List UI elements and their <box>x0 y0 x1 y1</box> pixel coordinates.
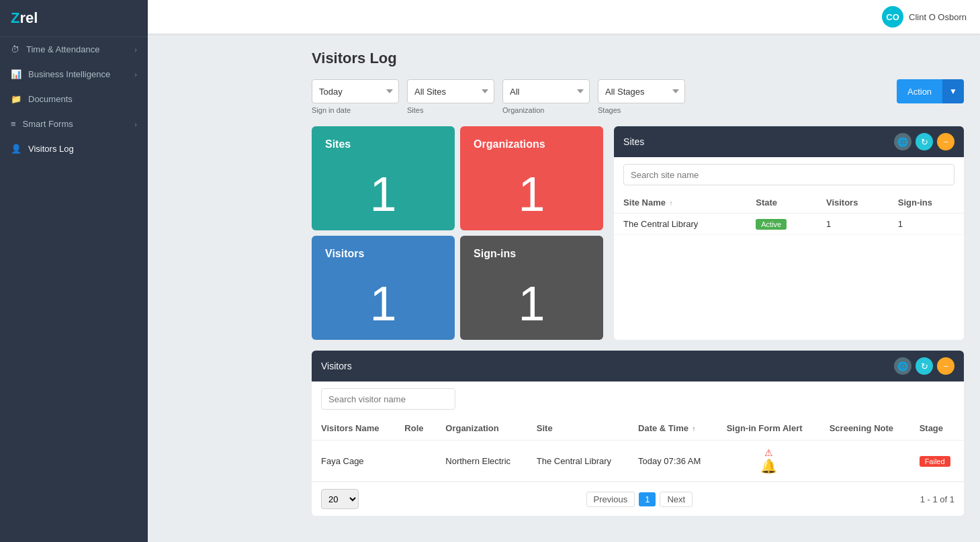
stat-label: Sign-ins <box>474 248 590 260</box>
alert-small-icon: ⚠ <box>727 447 811 458</box>
sidebar-item-documents[interactable]: 📁 Documents <box>0 87 148 111</box>
sites-label: Sites <box>407 106 494 114</box>
sites-panel: Sites 🌐 ↻ − Site Name ↑ State Visitors S… <box>614 126 964 340</box>
main-content: Visitors Log Today Yesterday This Week T… <box>296 34 980 542</box>
sites-select[interactable]: All Sites <box>407 79 494 103</box>
filter-sign-in-date: Today Yesterday This Week This Month Sig… <box>312 79 399 114</box>
sites-table-body: The Central Library Active 1 1 <box>614 214 964 235</box>
screening-note-cell <box>820 441 910 482</box>
nav-icon: 📁 <box>11 94 21 104</box>
page-nav: Previous 1 Next <box>586 492 693 507</box>
stat-value: 1 <box>474 170 590 218</box>
nav-item-left: 📊 Business Intelligence <box>11 69 110 79</box>
sidebar-item-visitors-log[interactable]: 👤 Visitors Log <box>0 136 148 161</box>
organization-label: Organization <box>502 106 590 114</box>
stat-value: 1 <box>325 279 441 328</box>
role-cell <box>395 441 436 482</box>
sites-table-head: Site Name ↑ State Visitors Sign-ins <box>614 192 964 214</box>
visitors-panel-header: Visitors 🌐 ↻ − <box>312 351 964 381</box>
col-role: Role <box>395 416 436 441</box>
sidebar-nav: ⏱ Time & Attendance › 📊 Business Intelli… <box>0 37 148 161</box>
minus-icon-button[interactable]: − <box>937 133 954 150</box>
stage-badge: Failed <box>920 456 950 467</box>
stage-cell: Failed <box>910 441 964 482</box>
stat-card-visitors: Visitors 1 <box>312 236 455 340</box>
action-button-group: Action ▼ <box>897 79 964 103</box>
alert-cell: ⚠🔔 <box>717 441 820 482</box>
visitors-panel-title: Visitors <box>321 361 352 371</box>
sidebar-item-time-attendance[interactable]: ⏱ Time & Attendance › <box>0 37 148 62</box>
sites-table-header-row: Site Name ↑ State Visitors Sign-ins <box>614 192 964 214</box>
refresh-icon-button[interactable]: ↻ <box>916 133 933 150</box>
col-organization: Organization <box>436 416 527 441</box>
nav-label: Time & Attendance <box>26 44 99 54</box>
per-page-select[interactable]: 20 50 100 <box>321 489 359 509</box>
visitors-minus-icon-button[interactable]: − <box>937 357 954 375</box>
col-site-name: Site Name ↑ <box>614 192 746 214</box>
app-logo: Zrel <box>0 0 148 37</box>
nav-icon: 📊 <box>11 69 21 79</box>
stats-and-sites: Sites 1 Organizations 1 Visitors 1 Sign-… <box>312 126 964 340</box>
topbar: CO Clint O Osborn <box>148 0 980 34</box>
visitors-section: Visitors 🌐 ↻ − Visitors Name Role Organi… <box>312 351 964 516</box>
visitors-globe-icon-button[interactable]: 🌐 <box>894 357 911 375</box>
user-name: Clint O Osborn <box>909 12 967 22</box>
status-badge: Active <box>756 219 787 230</box>
datetime-cell: Today 07:36 AM <box>629 441 717 482</box>
nav-item-left: ⏱ Time & Attendance <box>11 44 99 54</box>
stages-label: Stages <box>598 106 685 114</box>
current-page-button[interactable]: 1 <box>639 492 656 506</box>
next-button[interactable]: Next <box>660 492 693 507</box>
site-cell: The Central Library <box>527 441 629 482</box>
stat-card-organizations: Organizations 1 <box>460 126 603 230</box>
sidebar: Zrel ⏱ Time & Attendance › 📊 Business In… <box>0 0 148 542</box>
sign-in-date-select[interactable]: Today Yesterday This Week This Month <box>312 79 399 103</box>
avatar: CO <box>882 6 903 28</box>
filter-stages: All Stages Stages <box>598 79 685 114</box>
action-dropdown-button[interactable]: ▼ <box>942 79 964 103</box>
page-title: Visitors Log <box>312 50 964 67</box>
site-name-cell: The Central Library <box>614 214 746 235</box>
nav-icon: ⏱ <box>11 44 19 54</box>
col-visitor-name: Visitors Name <box>312 416 395 441</box>
action-button[interactable]: Action <box>897 79 942 103</box>
alert-icon: ⚠🔔 <box>727 447 811 474</box>
site-search-input[interactable] <box>623 164 954 185</box>
stages-select[interactable]: All Stages <box>598 79 685 103</box>
col-site: Site <box>527 416 629 441</box>
col-visitors: Visitors <box>817 192 889 214</box>
chevron-icon: › <box>134 120 137 128</box>
nav-icon: 👤 <box>11 144 21 154</box>
stat-label: Organizations <box>474 138 590 150</box>
stat-value: 1 <box>325 170 441 218</box>
sites-table: Site Name ↑ State Visitors Sign-ins The … <box>614 192 964 235</box>
nav-label: Business Intelligence <box>28 69 110 79</box>
nav-label: Documents <box>28 94 73 104</box>
table-row: The Central Library Active 1 1 <box>614 214 964 235</box>
filter-organization: All Organization <box>502 79 590 114</box>
col-state: State <box>746 192 817 214</box>
sidebar-item-business-intelligence[interactable]: 📊 Business Intelligence › <box>0 62 148 87</box>
organization-select[interactable]: All <box>502 79 590 103</box>
stat-card-signins: Sign-ins 1 <box>460 236 603 340</box>
chevron-icon: › <box>134 71 137 79</box>
sidebar-item-smart-forms[interactable]: ≡ Smart Forms › <box>0 111 148 136</box>
table-row: Faya Cage Northern Electric The Central … <box>312 441 964 482</box>
filter-sites: All Sites Sites <box>407 79 494 114</box>
visitors-refresh-icon-button[interactable]: ↻ <box>916 357 933 375</box>
visitor-search-input[interactable] <box>321 388 455 410</box>
col-signin-form-alert: Sign-in Form Alert <box>717 416 820 441</box>
globe-icon-button[interactable]: 🌐 <box>894 133 911 150</box>
stat-label: Visitors <box>325 248 441 260</box>
visitors-header-row: Visitors Name Role Organization Site Dat… <box>312 416 964 441</box>
user-info: CO Clint O Osborn <box>882 6 967 28</box>
previous-button[interactable]: Previous <box>586 492 635 507</box>
nav-icon: ≡ <box>11 119 16 129</box>
stat-value: 1 <box>474 279 590 328</box>
stat-label: Sites <box>325 138 441 150</box>
sites-panel-title: Sites <box>623 136 644 147</box>
filter-bar: Today Yesterday This Week This Month Sig… <box>312 79 964 114</box>
col-stage: Stage <box>910 416 964 441</box>
logo-text: Zrel <box>11 9 38 26</box>
nav-item-left: ≡ Smart Forms <box>11 119 73 129</box>
